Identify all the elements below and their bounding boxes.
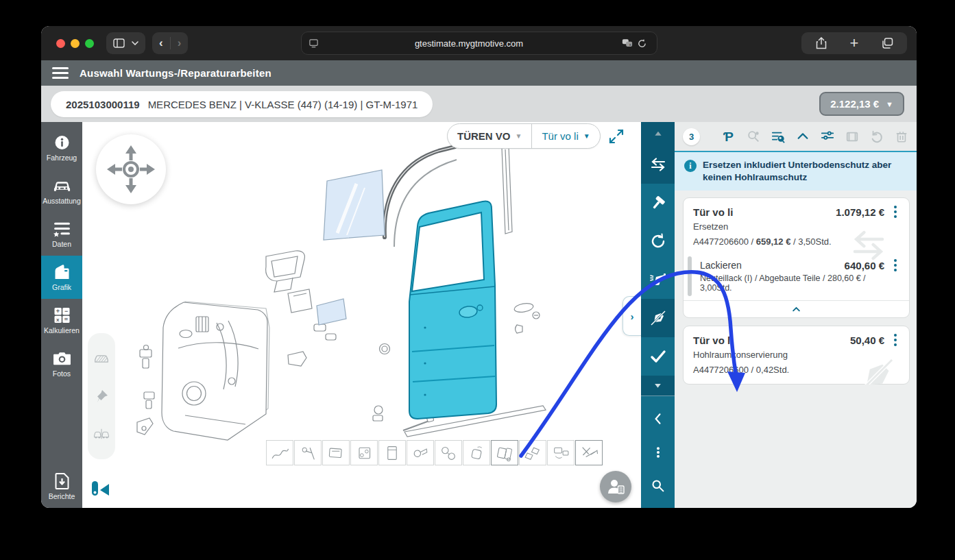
more-options-button[interactable] [641, 439, 675, 466]
part-search-icon[interactable] [746, 130, 760, 144]
list-search-icon[interactable] [771, 130, 785, 144]
sub-item-menu-button[interactable] [888, 259, 902, 271]
delete-icon[interactable] [894, 130, 908, 144]
reload-icon[interactable] [635, 33, 650, 53]
vehicle-info: MERCEDES BENZ | V-KLASSE (447) (14-19) |… [148, 99, 418, 110]
part-thumbnail[interactable] [322, 440, 350, 465]
copy-pages-icon[interactable] [845, 130, 859, 144]
replace-tool-button[interactable] [641, 145, 675, 184]
disassemble-tool-button[interactable] [641, 299, 675, 337]
selected-part-door[interactable] [409, 201, 496, 419]
item-detail: A4477206600 / 659,12 € / 3,50Std. [684, 236, 909, 255]
translate-icon[interactable]: x [620, 33, 635, 53]
pan-compass[interactable] [96, 134, 166, 204]
sidebar-icon [113, 38, 125, 48]
tab-overview-icon[interactable] [877, 33, 897, 53]
sidebar-item-ausstattung[interactable]: Ausstattung [41, 169, 82, 212]
item-price: 50,40 € [850, 334, 884, 346]
car-icon [53, 178, 71, 194]
sub-item-title: Lackieren [700, 260, 742, 271]
paint-tool-button[interactable] [641, 260, 675, 299]
browser-actions: + [801, 32, 907, 54]
sidebar-item-berichte[interactable]: Berichte [41, 465, 82, 508]
zoom-window-button[interactable] [85, 39, 94, 48]
item-menu-button[interactable] [888, 206, 902, 218]
part-thumbnail[interactable] [435, 440, 462, 465]
part-thumbnail[interactable] [294, 440, 322, 465]
chevron-up-icon [791, 304, 801, 315]
total-amount-dropdown[interactable]: 2.122,13 € ▼ [819, 92, 904, 116]
chevron-down-icon [132, 41, 138, 45]
work-items-panel: 3 Ƥ [675, 122, 917, 508]
work-item-card[interactable]: Tür vo li 50,40 € Hohlraumkonservierung … [683, 326, 910, 385]
sub-item-price: 640,60 € [845, 260, 884, 271]
collapse-panel-button[interactable] [641, 405, 675, 433]
claim-id: 2025103000119 [66, 99, 140, 110]
confirm-tool-button[interactable] [641, 337, 675, 376]
damage-hatch-icon[interactable] [93, 350, 110, 367]
item-menu-button[interactable] [888, 334, 902, 346]
chevron-down-icon: ▼ [516, 132, 522, 140]
group-dropdown[interactable]: TÜREN VO ▼ [448, 124, 531, 148]
close-window-button[interactable] [56, 39, 65, 48]
pen-slash-icon [649, 309, 667, 327]
search-parts-button[interactable] [641, 472, 675, 500]
user-notes-button[interactable] [600, 471, 631, 502]
sidebar-item-fahrzeug[interactable]: Fahrzeug [41, 126, 82, 169]
parts-price-icon[interactable]: Ƥ [721, 130, 736, 144]
window-controls [56, 39, 94, 48]
part-thumbnail[interactable] [547, 440, 575, 465]
report-download-icon [53, 473, 71, 489]
svg-text:−: − [64, 307, 68, 314]
part-thumbnail[interactable] [463, 440, 490, 465]
sidebar-toggle[interactable] [106, 32, 145, 54]
overhaul-tool-button[interactable] [641, 222, 675, 260]
part-thumbnail[interactable] [519, 440, 546, 465]
scroll-down-button[interactable] [641, 376, 675, 396]
undo-icon[interactable] [869, 130, 884, 144]
part-thumbnail[interactable] [266, 440, 293, 465]
part-dropdown[interactable]: Tür vo li ▼ [531, 124, 599, 148]
repair-tool-button[interactable] [641, 184, 675, 222]
work-item-card[interactable]: Tür vo li 1.079,12 € Ersetzen A447720660… [683, 197, 910, 318]
menu-icon[interactable] [52, 67, 69, 79]
info-icon [53, 134, 71, 151]
part-thumbnail[interactable] [378, 440, 406, 465]
share-icon[interactable] [811, 33, 832, 53]
app-header: Auswahl Wartungs-/Reparaturarbeiten [41, 60, 917, 86]
pin-icon[interactable] [93, 388, 110, 404]
item-operation: Ersetzen [684, 221, 909, 236]
graphics-canvas[interactable]: TÜREN VO ▼ Tür vo li ▼ › [82, 122, 641, 508]
svg-text:x: x [629, 42, 631, 47]
panel-expander[interactable]: › [622, 296, 641, 336]
page-title: Auswahl Wartungs-/Reparaturarbeiten [80, 67, 271, 79]
filter-sliders-icon[interactable] [820, 130, 834, 144]
sidebar-item-fotos[interactable]: Fotos [41, 342, 82, 385]
mirror-view-icon[interactable] [93, 426, 110, 442]
part-thumbnail[interactable] [575, 440, 603, 465]
address-bar[interactable]: gtestimate.mygtmotive.com x [301, 32, 657, 55]
sub-work-item[interactable]: Lackieren 640,60 € Neuteillack (I) / Abg… [684, 255, 909, 300]
browser-window: ‹ › gtestimate.mygtmotive.com x + [41, 26, 917, 508]
forward-button[interactable]: › [178, 36, 182, 50]
new-tab-button[interactable]: + [844, 33, 865, 53]
scroll-up-button[interactable] [641, 122, 675, 145]
operations-toolbar [641, 122, 675, 508]
door-icon [53, 264, 71, 280]
collapse-all-icon[interactable] [795, 130, 810, 144]
back-button[interactable]: ‹ [159, 36, 163, 50]
part-thumbnail[interactable] [407, 440, 434, 465]
part-thumbnail[interactable] [350, 440, 378, 465]
info-banner: i Ersetzen inkludiert Unterbodenschutz a… [675, 151, 917, 191]
sidebar-item-grafik[interactable]: Grafik [41, 256, 82, 299]
part-group-selector: TÜREN VO ▼ Tür vo li ▼ [447, 123, 601, 149]
fullscreen-icon[interactable] [608, 128, 625, 145]
part-thumbnail[interactable] [491, 440, 518, 465]
sidebar-item-kalkulieren[interactable]: +−x= Kalkulieren [41, 299, 82, 342]
collapse-card-button[interactable] [684, 300, 909, 317]
item-operation: Hohlraumkonservierung [684, 350, 909, 365]
claim-info: 2025103000119 MERCEDES BENZ | V-KLASSE (… [51, 91, 433, 117]
sidebar: Fahrzeug Ausstattung Daten Grafik +−x= K… [41, 122, 82, 508]
sidebar-item-daten[interactable]: Daten [41, 212, 82, 256]
minimize-window-button[interactable] [71, 39, 80, 48]
